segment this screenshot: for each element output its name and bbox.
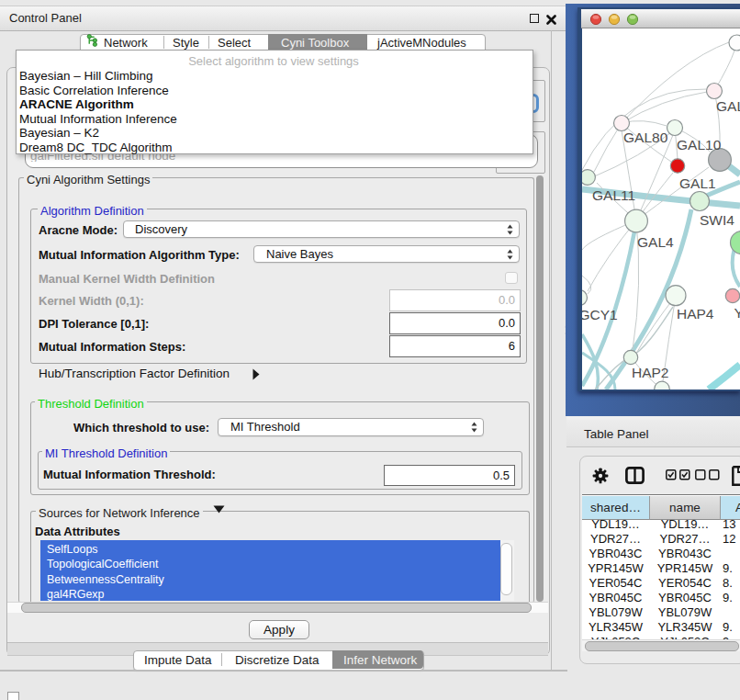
svg-text:GAL80: GAL80: [623, 130, 668, 145]
svg-text:GAL11: GAL11: [592, 187, 635, 203]
svg-text:HAP4: HAP4: [677, 306, 714, 322]
svg-text:HAP2: HAP2: [632, 365, 669, 380]
svg-text:GAL4: GAL4: [637, 234, 674, 250]
svg-text:SWI4: SWI4: [700, 212, 734, 228]
svg-text:Y: Y: [734, 305, 740, 321]
svg-text:GAL: GAL: [716, 98, 740, 114]
svg-text:GCY1: GCY1: [582, 307, 618, 322]
svg-text:GAL1: GAL1: [679, 175, 716, 191]
svg-text:GAL10: GAL10: [677, 137, 722, 152]
